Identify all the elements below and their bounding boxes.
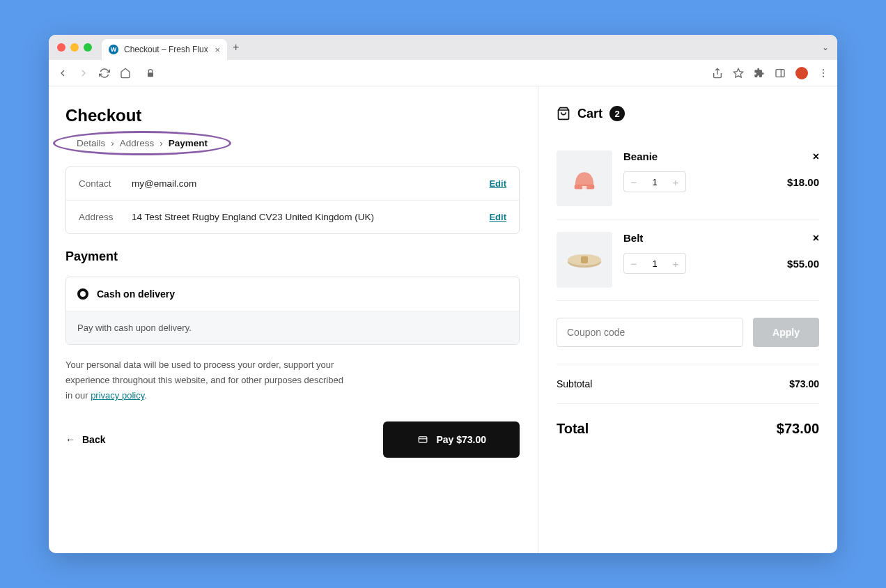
beanie-icon <box>569 163 600 194</box>
svg-rect-11 <box>582 186 587 190</box>
breadcrumb-address[interactable]: Address <box>120 138 155 148</box>
arrow-left-icon: ← <box>65 434 75 445</box>
contact-label: Contact <box>79 178 132 189</box>
close-tab-icon[interactable]: × <box>215 45 220 55</box>
back-icon[interactable] <box>57 68 68 79</box>
close-window-button[interactable] <box>57 43 65 52</box>
quantity-stepper: − 1 + <box>623 171 686 192</box>
page-title: Checkout <box>65 106 520 125</box>
total-value: $73.00 <box>777 421 819 437</box>
apply-coupon-button[interactable]: Apply <box>753 318 819 347</box>
tabs-menu-icon[interactable]: ⌄ <box>822 42 829 52</box>
cart-item: Beanie × − 1 + $18.00 <box>557 138 819 219</box>
share-icon[interactable] <box>712 68 723 79</box>
item-name: Belt <box>623 232 643 244</box>
svg-rect-14 <box>581 256 588 263</box>
chevron-right-icon: › <box>160 138 163 148</box>
back-button[interactable]: ← Back <box>65 434 105 445</box>
payment-option-label: Cash on delivery <box>97 288 175 300</box>
payment-description: Pay with cash upon delivery. <box>66 311 519 344</box>
qty-value: 1 <box>644 258 666 269</box>
pay-button[interactable]: Pay $73.00 <box>383 421 520 458</box>
svg-rect-2 <box>776 69 784 77</box>
address-label: Address <box>79 212 132 222</box>
address-value: 14 Test Street Rugby England CV23 United… <box>132 212 489 222</box>
svg-point-4 <box>823 69 824 70</box>
cart-count-badge: 2 <box>609 106 625 121</box>
browser-toolbar <box>49 60 837 86</box>
radio-selected-icon <box>77 288 88 300</box>
browser-tab[interactable]: W Checkout – Fresh Flux × <box>102 39 227 60</box>
privacy-policy-link[interactable]: privacy policy <box>91 390 144 401</box>
total-label: Total <box>557 421 589 437</box>
svg-rect-0 <box>148 72 153 77</box>
breadcrumb-details[interactable]: Details <box>77 138 105 148</box>
cart-item: Belt × − 1 + $55.00 <box>557 219 819 301</box>
order-info-box: Contact my@email.com Edit Address 14 Tes… <box>65 167 520 234</box>
browser-window: W Checkout – Fresh Flux × + ⌄ Checkout D… <box>49 35 837 553</box>
qty-decrease-button[interactable]: − <box>624 254 644 273</box>
edit-contact-link[interactable]: Edit <box>489 178 506 189</box>
edit-address-link[interactable]: Edit <box>489 212 506 222</box>
cart-panel: Cart 2 Beanie × − 1 + <box>538 86 837 553</box>
minimize-window-button[interactable] <box>70 43 79 52</box>
shopping-bag-icon <box>557 106 570 121</box>
checkout-panel: Checkout Details › Address › Payment Con… <box>49 86 538 553</box>
card-icon <box>417 435 429 444</box>
product-thumbnail <box>557 232 612 288</box>
product-thumbnail <box>557 150 612 206</box>
qty-value: 1 <box>644 177 666 187</box>
svg-point-5 <box>823 72 824 73</box>
reload-icon[interactable] <box>99 68 110 79</box>
bookmark-star-icon[interactable] <box>733 68 744 79</box>
belt-icon <box>566 249 603 270</box>
subtotal-label: Subtotal <box>557 378 592 389</box>
home-icon[interactable] <box>120 68 131 79</box>
browser-tabstrip: W Checkout – Fresh Flux × + ⌄ <box>49 35 837 60</box>
breadcrumb-payment: Payment <box>169 138 208 148</box>
extensions-icon[interactable] <box>754 68 765 79</box>
qty-decrease-button[interactable]: − <box>624 172 644 192</box>
contact-value: my@email.com <box>132 178 489 189</box>
item-price: $55.00 <box>787 258 819 270</box>
remove-item-button[interactable]: × <box>813 232 819 245</box>
item-price: $18.00 <box>787 176 819 188</box>
forward-icon[interactable] <box>78 68 89 79</box>
chevron-right-icon: › <box>111 138 114 148</box>
privacy-notice: Your personal data will be used to proce… <box>65 357 344 403</box>
tab-title: Checkout – Fresh Flux <box>124 45 208 54</box>
payment-option-cod[interactable]: Cash on delivery <box>66 277 519 311</box>
payment-methods: Cash on delivery Pay with cash upon deli… <box>65 277 520 345</box>
window-controls <box>57 43 92 52</box>
cart-title: Cart <box>577 107 603 121</box>
lock-icon <box>145 68 156 79</box>
svg-marker-1 <box>733 68 743 77</box>
payment-heading: Payment <box>65 249 520 264</box>
item-name: Beanie <box>623 150 658 162</box>
quantity-stepper: − 1 + <box>623 253 686 274</box>
sidepanel-icon[interactable] <box>775 68 786 79</box>
profile-avatar[interactable] <box>795 67 808 79</box>
svg-rect-7 <box>419 437 428 442</box>
qty-increase-button[interactable]: + <box>666 254 685 273</box>
wordpress-favicon-icon: W <box>109 45 118 54</box>
coupon-input[interactable] <box>557 318 743 347</box>
subtotal-value: $73.00 <box>789 378 819 389</box>
breadcrumb: Details › Address › Payment <box>65 135 219 151</box>
kebab-menu-icon[interactable] <box>818 68 829 79</box>
svg-point-6 <box>823 75 824 77</box>
qty-increase-button[interactable]: + <box>666 172 685 192</box>
new-tab-button[interactable]: + <box>233 41 239 54</box>
maximize-window-button[interactable] <box>84 43 92 52</box>
remove-item-button[interactable]: × <box>813 150 819 163</box>
